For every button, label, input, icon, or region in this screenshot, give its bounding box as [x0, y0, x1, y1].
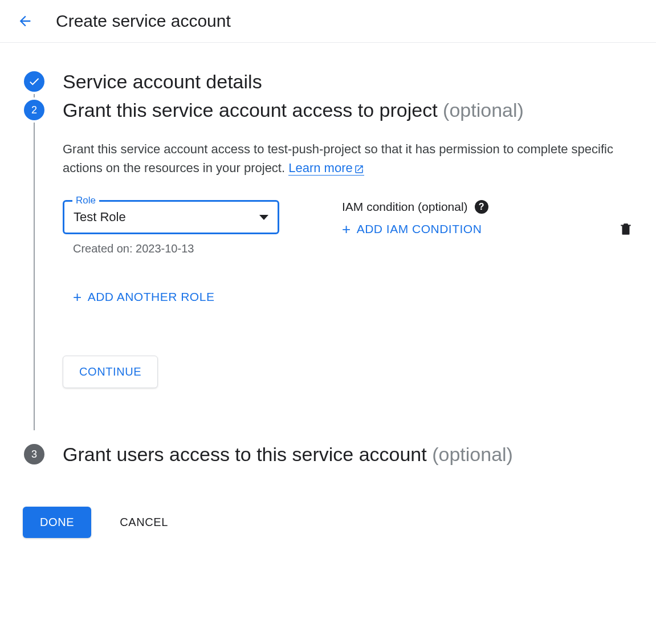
iam-condition-header: IAM condition (optional) ?: [342, 200, 488, 214]
add-iam-condition-button[interactable]: + ADD IAM CONDITION: [342, 222, 488, 237]
plus-icon: +: [342, 222, 351, 237]
add-another-role-button[interactable]: + ADD ANOTHER ROLE: [73, 290, 633, 304]
plus-icon: +: [73, 290, 82, 304]
step-2-number: 2: [24, 100, 44, 120]
continue-button[interactable]: CONTINUE: [63, 356, 158, 388]
step-3-number: 3: [24, 444, 44, 464]
page-header: Create service account: [0, 0, 656, 43]
delete-role-button[interactable]: [618, 217, 633, 239]
step-1-title: Service account details: [63, 69, 633, 94]
step-2-title-text: Grant this service account access to pro…: [63, 99, 438, 121]
iam-condition-label: IAM condition (optional): [342, 200, 468, 214]
role-field-value: Test Role: [74, 210, 126, 225]
role-field-label: Role: [72, 195, 99, 206]
add-role-label: ADD ANOTHER ROLE: [88, 290, 215, 304]
page-title: Create service account: [56, 11, 231, 31]
learn-more-text: Learn more: [288, 161, 353, 175]
done-button[interactable]: DONE: [23, 507, 91, 538]
help-icon[interactable]: ?: [475, 200, 488, 214]
optional-label: (optional): [443, 99, 524, 121]
step-connector: [34, 94, 35, 97]
role-select[interactable]: Role Test Role: [63, 200, 279, 234]
dropdown-arrow-icon: [259, 215, 268, 220]
role-helper-text: Created on: 2023-10-13: [73, 242, 279, 255]
optional-label: (optional): [432, 443, 513, 465]
step-2-description: Grant this service account access to tes…: [63, 140, 633, 177]
step-connector: [34, 123, 35, 430]
step-3-title: Grant users access to this service accou…: [63, 442, 633, 467]
back-arrow-icon[interactable]: [17, 13, 33, 29]
add-iam-label: ADD IAM CONDITION: [357, 222, 482, 236]
step-3-title-text: Grant users access to this service accou…: [63, 443, 427, 465]
external-link-icon: [354, 164, 364, 174]
step-2-title: Grant this service account access to pro…: [63, 97, 633, 123]
cancel-button[interactable]: CANCEL: [120, 516, 168, 529]
learn-more-link[interactable]: Learn more: [288, 161, 364, 176]
trash-icon: [618, 221, 633, 237]
step-1-check-icon: [24, 71, 44, 92]
